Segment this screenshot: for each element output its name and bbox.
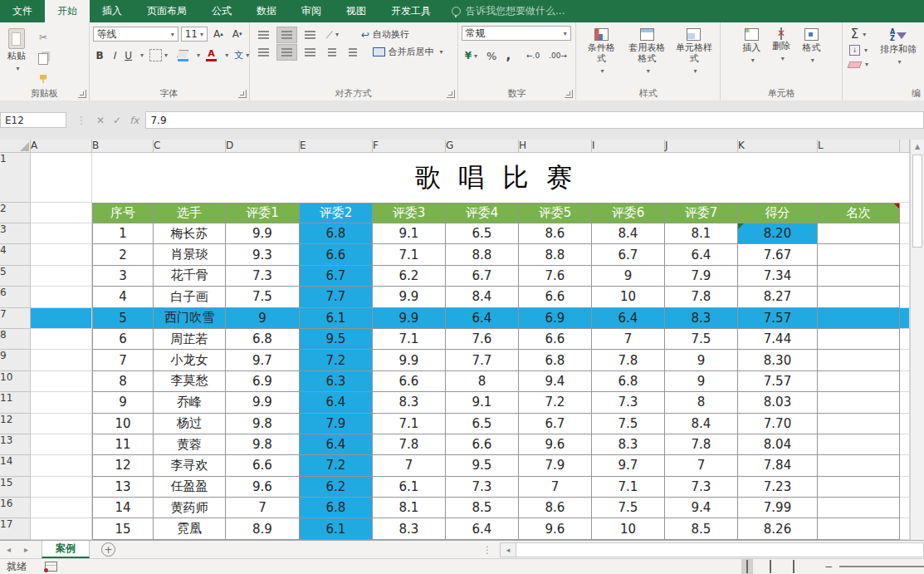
cell-K12[interactable]: 7.70 [738,414,818,434]
cell-M1[interactable] [900,153,910,203]
cell-I14[interactable]: 9.7 [592,455,665,476]
cell-K7[interactable]: 7.57 [738,308,818,329]
cell-I4[interactable]: 6.7 [592,244,665,265]
cell-M10[interactable] [900,371,910,392]
decrease-indent-button[interactable] [323,44,341,61]
cell-H13[interactable]: 9.6 [519,434,592,455]
cell-L6[interactable] [818,287,900,307]
cancel-button[interactable]: ✕ [96,115,105,126]
scroll-up-icon[interactable]: ▲ [911,140,924,153]
enter-button[interactable]: ✓ [113,115,121,126]
cell-B11[interactable]: 9 [92,392,154,413]
cell-D12[interactable]: 9.8 [226,414,300,434]
cell-I13[interactable]: 8.3 [592,434,665,455]
grow-font-button[interactable]: A▴ [210,26,227,42]
cell-K16[interactable]: 7.99 [738,498,818,518]
tab-review[interactable]: 审阅 [289,0,334,22]
cell-H6[interactable]: 6.6 [519,287,592,307]
cell-L2[interactable]: 名次 [818,203,900,223]
cell-E11[interactable]: 6.4 [300,392,373,413]
cell-styles-button[interactable]: 单元格样式 ▾ [672,26,717,88]
column-header-K[interactable]: K [738,140,818,153]
row-header-8[interactable]: 8 [0,329,31,350]
cell-A9[interactable] [31,350,92,370]
cell-C11[interactable]: 乔峰 [154,392,226,413]
cell-F12[interactable]: 7.1 [373,414,446,434]
cell-E6[interactable]: 7.7 [300,287,373,307]
cell-M9[interactable] [900,350,910,370]
cell-D3[interactable]: 9.9 [226,223,300,244]
column-header-C[interactable]: C [154,140,226,153]
cell-I9[interactable]: 7.8 [592,350,665,370]
italic-button[interactable]: I [110,47,120,64]
clear-button[interactable]: ▾ [846,60,871,69]
cell-C14[interactable]: 李寻欢 [154,455,226,476]
cell-B16[interactable]: 14 [92,498,154,518]
cell-F8[interactable]: 7.1 [373,329,446,350]
cell-G12[interactable]: 6.5 [446,414,519,434]
cell-D15[interactable]: 9.6 [226,477,300,498]
cell-I12[interactable]: 7.5 [592,414,665,434]
cell-E3[interactable]: 6.8 [300,223,373,244]
cell-E14[interactable]: 7.2 [300,455,373,476]
cell-J3[interactable]: 8.1 [665,223,738,244]
cell-H9[interactable]: 6.8 [519,350,592,370]
cell-A10[interactable] [31,371,92,392]
page-layout-view-button[interactable] [765,559,776,574]
cell-A3[interactable] [31,223,92,244]
cell-B15[interactable]: 13 [92,477,154,498]
cell-K8[interactable]: 7.44 [738,329,818,350]
cell-C13[interactable]: 黄蓉 [154,434,226,455]
cell-B8[interactable]: 6 [92,329,154,350]
cell-F7[interactable]: 9.9 [373,308,446,329]
align-center-button[interactable] [276,44,297,61]
cell-M5[interactable] [900,266,910,287]
cell-L7[interactable] [818,308,900,329]
cell-G13[interactable]: 6.6 [446,434,519,455]
autosum-button[interactable]: Σ▾ [846,27,871,41]
alignment-dialog-launcher[interactable] [447,90,455,98]
cell-K4[interactable]: 7.67 [738,244,818,265]
cell-J14[interactable]: 7 [665,455,738,476]
clipboard-dialog-launcher[interactable] [78,90,86,98]
font-name-combo[interactable]: 等线▾ [93,27,178,42]
shrink-font-button[interactable]: A▾ [229,26,246,42]
cell-B12[interactable]: 10 [92,414,154,434]
cell-J8[interactable]: 7.5 [665,329,738,350]
cell-M2[interactable] [900,203,910,223]
cell-C10[interactable]: 李莫愁 [154,371,226,392]
cell-E13[interactable]: 6.4 [300,434,373,455]
tab-data[interactable]: 数据 [244,0,289,22]
align-right-button[interactable] [300,44,320,61]
cell-J16[interactable]: 9.4 [665,498,738,518]
cell-B3[interactable]: 1 [92,223,154,244]
cell-L10[interactable] [818,371,900,392]
accounting-format-button[interactable]: ¥▾ [462,47,481,64]
cell-C16[interactable]: 黄药师 [154,498,226,518]
cell-L9[interactable] [818,350,900,370]
cell-L14[interactable] [818,455,900,476]
page-break-view-button[interactable] [788,559,799,574]
vertical-scrollbar[interactable]: ▲ [910,140,924,540]
cell-B7[interactable]: 5 [92,308,154,329]
cell-J9[interactable]: 9 [665,350,738,370]
cell-G5[interactable]: 6.7 [446,266,519,287]
cell-J6[interactable]: 7.8 [665,287,738,307]
cell-F5[interactable]: 6.2 [373,266,446,287]
cell-H16[interactable]: 8.6 [519,498,592,518]
cell-A15[interactable] [31,477,92,498]
cell-E5[interactable]: 6.7 [300,266,373,287]
align-bottom-button[interactable] [300,27,320,43]
cell-G11[interactable]: 9.1 [446,392,519,413]
insert-cells-button[interactable]: 插入 ▾ [738,26,765,88]
cell-D14[interactable]: 6.6 [226,455,300,476]
column-header-M-partial[interactable] [900,140,910,153]
cell-H3[interactable]: 8.6 [519,223,592,244]
cell-I3[interactable]: 8.4 [592,223,665,244]
cell-M8[interactable] [900,329,910,350]
cell-L4[interactable] [818,244,900,265]
cell-H4[interactable]: 8.8 [519,244,592,265]
cell-F13[interactable]: 7.8 [373,434,446,455]
scroll-left-icon[interactable]: ◂ [500,542,516,557]
percent-style-button[interactable]: % [483,47,500,65]
